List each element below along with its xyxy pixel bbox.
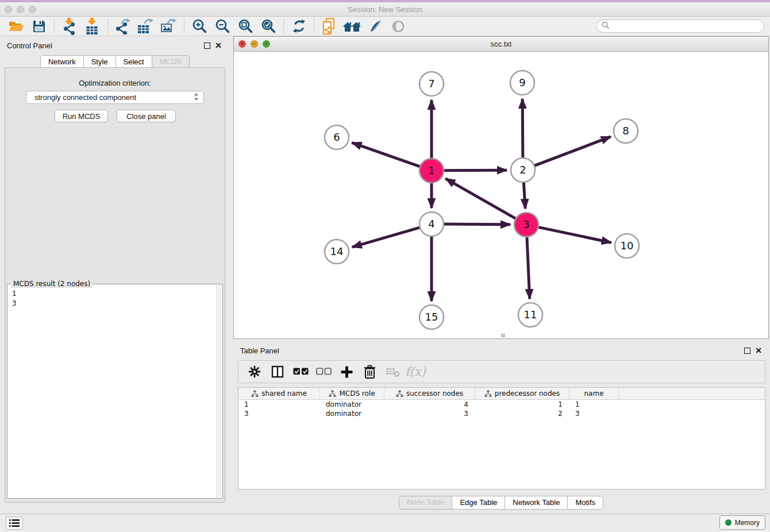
cell-shared-name[interactable]: 1 bbox=[238, 400, 320, 409]
canvas-resize-handle[interactable] bbox=[501, 334, 505, 337]
tab-node-table[interactable]: Node Table bbox=[399, 496, 453, 510]
import-network-button[interactable] bbox=[58, 18, 81, 35]
select-all-columns-button[interactable] bbox=[290, 363, 311, 381]
show-panels-list-button[interactable] bbox=[6, 516, 23, 530]
add-column-button[interactable] bbox=[336, 363, 357, 381]
search-input[interactable] bbox=[612, 22, 759, 30]
graph-node-8[interactable]: 8 bbox=[614, 119, 638, 143]
mcds-result-scrollbar[interactable] bbox=[216, 285, 222, 498]
graph-node-7[interactable]: 7 bbox=[419, 72, 444, 96]
network-view-window: ✕ − + scc.txt 7968124314101511 bbox=[233, 36, 769, 339]
edge-2-9[interactable] bbox=[522, 99, 523, 159]
cell-name[interactable]: 1 bbox=[569, 400, 619, 409]
edge-2-8[interactable] bbox=[534, 137, 611, 166]
delete-table-button bbox=[382, 363, 403, 381]
cell-name[interactable]: 3 bbox=[569, 409, 619, 418]
svg-text:2: 2 bbox=[519, 164, 526, 176]
graph-node-10[interactable]: 10 bbox=[615, 234, 639, 258]
run-mcds-button[interactable]: Run MCDS bbox=[55, 110, 108, 122]
copy-network-style-button[interactable] bbox=[318, 18, 341, 35]
column-header-MCDS-role[interactable]: MCDS role bbox=[320, 388, 384, 399]
graph-node-9[interactable]: 9 bbox=[510, 71, 534, 95]
table-panel-tabs: Node TableEdge TableNetwork TableMotifs bbox=[232, 496, 770, 510]
cell-shared-name[interactable]: 3 bbox=[238, 409, 320, 418]
tab-motifs[interactable]: Motifs bbox=[567, 496, 603, 510]
table-body: 1dominator4113dominator323 bbox=[238, 400, 765, 418]
show-columns-button[interactable] bbox=[267, 363, 288, 381]
window-titlebar[interactable]: Session: New Session bbox=[0, 2, 770, 17]
column-header-predecessor-nodes[interactable]: predecessor nodes bbox=[475, 388, 569, 399]
network-graph[interactable]: 7968124314101511 bbox=[234, 52, 768, 338]
node-table[interactable]: shared nameMCDS rolesuccessor nodesprede… bbox=[238, 387, 765, 489]
float-panel-icon[interactable] bbox=[204, 43, 210, 49]
table-row[interactable]: 3dominator323 bbox=[238, 409, 765, 418]
search-box[interactable] bbox=[596, 20, 764, 33]
close-panel-button[interactable]: Close panel bbox=[117, 110, 176, 122]
edge-3-1[interactable] bbox=[445, 179, 516, 219]
column-label: successor nodes bbox=[406, 390, 463, 398]
criterion-dropdown[interactable]: strongly connected component bbox=[26, 91, 204, 104]
graph-node-2[interactable]: 2 bbox=[511, 158, 535, 182]
table-row[interactable]: 1dominator411 bbox=[238, 400, 765, 409]
column-settings-button[interactable] bbox=[244, 363, 265, 381]
edge-1-6[interactable] bbox=[352, 142, 421, 167]
graph-node-6[interactable]: 6 bbox=[325, 125, 349, 149]
graph-node-3[interactable]: 3 bbox=[514, 213, 538, 237]
edge-1-2[interactable] bbox=[443, 170, 507, 171]
control-panel-title: Control Panel bbox=[7, 41, 52, 50]
cell-successor-nodes[interactable]: 3 bbox=[384, 409, 475, 418]
float-table-panel-icon[interactable] bbox=[744, 348, 750, 354]
graph-node-1[interactable]: 1 bbox=[419, 159, 444, 183]
edge-4-3[interactable] bbox=[443, 224, 510, 225]
cell-successor-nodes[interactable]: 4 bbox=[384, 400, 475, 409]
edge-3-11[interactable] bbox=[527, 236, 530, 299]
export-table-button[interactable] bbox=[134, 18, 157, 35]
search-icon bbox=[602, 21, 610, 31]
cell-MCDS-role[interactable]: dominator bbox=[320, 409, 384, 418]
open-session-home-button[interactable] bbox=[341, 18, 364, 35]
graph-node-4[interactable]: 4 bbox=[419, 212, 444, 236]
attribute-type-icon bbox=[396, 390, 403, 398]
column-header-successor-nodes[interactable]: successor nodes bbox=[384, 388, 475, 399]
zoom-selected-button[interactable] bbox=[257, 18, 280, 35]
close-panel-icon[interactable]: ✕ bbox=[215, 41, 222, 49]
export-network-button[interactable] bbox=[111, 18, 134, 35]
tab-edge-table[interactable]: Edge Table bbox=[452, 496, 505, 510]
unselect-all-columns-button[interactable] bbox=[313, 363, 334, 381]
tab-network-table[interactable]: Network Table bbox=[505, 496, 568, 510]
toolbar-separator bbox=[283, 19, 284, 34]
graph-node-14[interactable]: 14 bbox=[325, 240, 349, 264]
mcds-result-text[interactable]: 1 3 bbox=[12, 289, 17, 309]
import-table-button[interactable] bbox=[81, 18, 104, 35]
cell-predecessor-nodes[interactable]: 2 bbox=[475, 409, 569, 418]
zoom-in-button[interactable] bbox=[188, 18, 211, 35]
close-table-panel-icon[interactable]: ✕ bbox=[755, 346, 762, 354]
edge-4-14[interactable] bbox=[352, 228, 421, 248]
dropdown-stepper-icon bbox=[194, 92, 199, 103]
table-panel-title: Table Panel bbox=[240, 346, 279, 355]
apply-style-button[interactable] bbox=[364, 18, 387, 35]
open-file-button[interactable] bbox=[5, 18, 28, 35]
column-header-shared-name[interactable]: shared name bbox=[238, 388, 320, 399]
graph-node-15[interactable]: 15 bbox=[419, 305, 444, 329]
network-canvas[interactable]: 7968124314101511 bbox=[234, 52, 768, 338]
mcds-result-box: MCDS result (2 nodes) 1 3 bbox=[7, 284, 223, 499]
edge-3-10[interactable] bbox=[538, 227, 611, 242]
zoom-out-button[interactable] bbox=[211, 18, 234, 35]
graph-node-11[interactable]: 11 bbox=[518, 303, 542, 327]
network-window-titlebar[interactable]: ✕ − + scc.txt bbox=[234, 37, 768, 52]
save-session-button[interactable] bbox=[28, 18, 51, 35]
zoom-fit-button[interactable] bbox=[234, 18, 257, 35]
edge-2-3[interactable] bbox=[523, 182, 525, 209]
column-header-name[interactable]: name bbox=[569, 388, 619, 399]
mcds-result-title: MCDS result (2 nodes) bbox=[11, 280, 93, 288]
export-image-button[interactable] bbox=[157, 18, 180, 35]
refresh-layout-button[interactable] bbox=[287, 18, 310, 35]
table-header-row: shared nameMCDS rolesuccessor nodesprede… bbox=[238, 388, 765, 400]
cell-MCDS-role[interactable]: dominator bbox=[320, 400, 384, 409]
optimization-criterion-label: Optimization criterion: bbox=[0, 79, 230, 87]
cell-predecessor-nodes[interactable]: 1 bbox=[475, 400, 569, 409]
memory-button[interactable]: Memory bbox=[719, 515, 765, 530]
control-panel-header: Control Panel ✕ bbox=[0, 36, 230, 55]
delete-column-button[interactable] bbox=[359, 363, 380, 381]
